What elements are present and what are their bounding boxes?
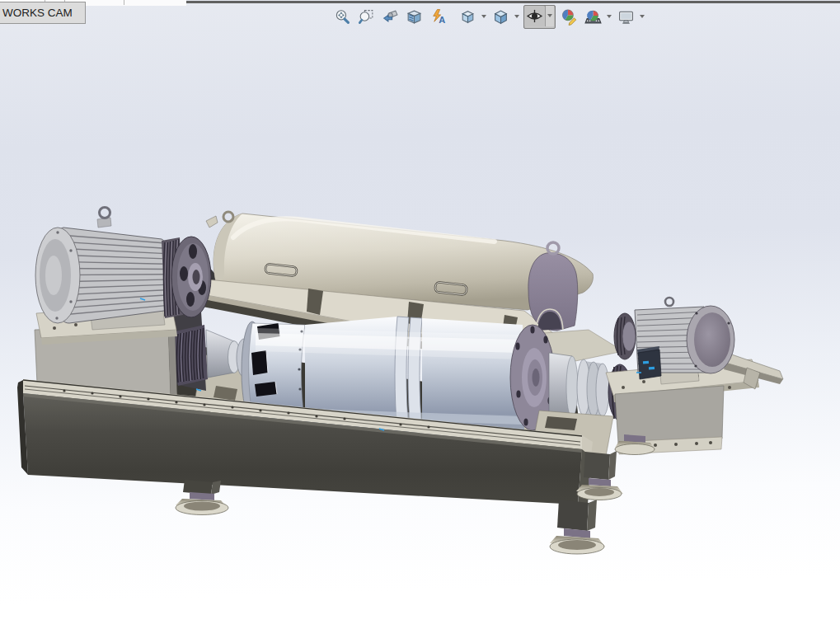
view-settings-dropdown[interactable] — [638, 7, 646, 27]
magnifier-area-icon — [358, 8, 375, 26]
viewport-top-border — [159, 1, 840, 3]
zoom-to-fit-button[interactable] — [331, 6, 354, 28]
shaded-cube-icon — [492, 8, 509, 26]
apply-scene-button[interactable] — [582, 6, 604, 28]
graphics-viewport[interactable] — [0, 0, 840, 643]
orientation-cube-icon — [459, 8, 476, 26]
magnifier-fit-icon — [334, 8, 351, 26]
motor-eyebolt — [97, 208, 111, 228]
annotation-lightning-icon: A — [429, 8, 447, 26]
display-style-dropdown[interactable] — [513, 7, 521, 27]
eye-icon — [526, 7, 543, 25]
solidworks-window: { "window": { "top_tab_label": "WORKS CA… — [0, 0, 840, 643]
foot[interactable] — [550, 500, 605, 554]
scene-sphere-icon — [584, 8, 602, 26]
previous-view-button[interactable] — [379, 6, 401, 28]
edit-appearance-button[interactable] — [558, 6, 580, 28]
bowl-pulley[interactable] — [175, 325, 208, 386]
cover-lifting-lug-left[interactable] — [223, 212, 233, 222]
dynamic-annotation-views-button[interactable]: A — [427, 6, 449, 28]
previous-view-arrow-icon — [382, 8, 399, 26]
motor-pulley[interactable] — [614, 313, 636, 359]
junction-box[interactable] — [637, 346, 661, 379]
hide-show-items-button[interactable] — [524, 6, 545, 26]
monitor-icon — [617, 8, 635, 26]
view-settings-button[interactable] — [615, 6, 637, 28]
section-cube-icon — [406, 8, 423, 26]
motor-eyebolt — [665, 298, 673, 306]
apply-scene-dropdown[interactable] — [605, 7, 613, 27]
appearance-sphere-pencil-icon — [561, 8, 578, 26]
annotation-letter: A — [439, 15, 445, 25]
zoom-to-area-button[interactable] — [355, 6, 378, 28]
right-back-drive-motor[interactable] — [606, 298, 783, 454]
tab-separator-tick — [124, 0, 124, 5]
cover-latch — [206, 216, 218, 228]
motor-pulley[interactable] — [162, 237, 211, 318]
hide-show-items-group — [523, 5, 556, 29]
display-style-button[interactable] — [490, 6, 512, 28]
section-view-button[interactable] — [403, 6, 425, 28]
heads-up-view-toolbar: A — [331, 4, 647, 29]
hide-show-items-dropdown[interactable] — [545, 6, 554, 26]
view-orientation-dropdown[interactable] — [480, 7, 488, 27]
view-orientation-button[interactable] — [457, 6, 479, 28]
tab-solidworks-cam[interactable]: WORKS CAM — [0, 2, 86, 24]
